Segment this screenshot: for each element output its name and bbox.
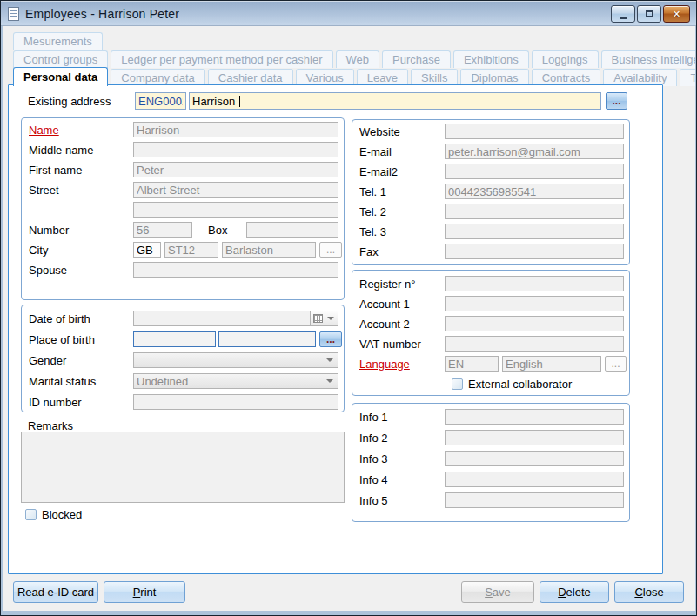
box-label: Box [208, 224, 246, 237]
place-of-birth-code-field[interactable] [133, 331, 216, 347]
name-field[interactable] [133, 122, 338, 137]
spouse-field[interactable] [133, 262, 338, 278]
info5-field[interactable] [445, 492, 624, 508]
language-name-field[interactable] [502, 356, 601, 372]
text-caret [239, 96, 240, 107]
delete-button[interactable]: Delete [540, 581, 609, 603]
blocked-checkbox[interactable] [25, 509, 37, 520]
close-dialog-button[interactable]: Close [614, 581, 684, 603]
email-field[interactable] [445, 144, 624, 159]
place-of-birth-label: Place of birth [29, 333, 133, 346]
birth-status-groupbox: Date of birth Place of birth ... [21, 305, 345, 412]
language-code-field[interactable] [445, 356, 499, 372]
tab-tasks[interactable]: Tasks [680, 69, 695, 86]
tab-business-intelligence[interactable]: Business Intelligence [601, 50, 695, 68]
existing-address-label: Existing address [28, 95, 135, 108]
remarks-label: Remarks [28, 419, 73, 432]
print-button[interactable]: Print [104, 581, 185, 603]
info-groupbox: Info 1 Info 2 Info 3 Info 4 Info 5 [352, 403, 630, 522]
website-field[interactable] [445, 124, 624, 139]
gender-select[interactable] [133, 352, 338, 368]
tab-skills[interactable]: Skills [411, 69, 458, 86]
postal-code-field[interactable] [164, 242, 218, 258]
minimize-icon [620, 17, 627, 19]
marital-status-select[interactable]: Undefined [133, 373, 338, 389]
dialog-client-area: Mesurements Control groups Ledger per pa… [3, 26, 695, 611]
info1-field[interactable] [445, 409, 624, 425]
account2-field[interactable] [445, 316, 624, 331]
tab-contracts[interactable]: Contracts [532, 69, 601, 86]
tel3-field[interactable] [445, 224, 624, 239]
tab-loggings[interactable]: Loggings [532, 50, 599, 68]
tab-cashier-data[interactable]: Cashier data [208, 69, 293, 86]
first-name-label: First name [29, 164, 133, 177]
email2-field[interactable] [445, 164, 624, 179]
dropdown-arrow-icon [326, 358, 333, 362]
close-button[interactable]: ✕ [663, 5, 690, 23]
tab-leave[interactable]: Leave [357, 69, 408, 86]
window-frame: Mesurements Control groups Ledger per pa… [1, 26, 696, 613]
fax-field[interactable] [445, 244, 624, 259]
tab-purchase[interactable]: Purchase [382, 50, 451, 68]
dropdown-arrow-icon [326, 379, 333, 383]
external-collaborator-checkbox[interactable] [452, 378, 463, 390]
account1-label: Account 1 [359, 298, 445, 311]
read-eid-card-button[interactable]: Read e-ID card [13, 581, 98, 603]
language-browse-button[interactable]: ... [605, 356, 627, 372]
register-number-field[interactable] [445, 276, 624, 291]
titlebar[interactable]: Employees - Harrison Peter ✕ [1, 1, 696, 26]
marital-status-label: Marital status [29, 375, 133, 388]
city-browse-button[interactable]: ... [319, 242, 342, 258]
first-name-field[interactable] [133, 162, 338, 177]
tab-personal-data[interactable]: Personal data [13, 67, 108, 86]
box-field[interactable] [246, 222, 338, 238]
maximize-button[interactable] [637, 5, 661, 23]
tel2-field[interactable] [445, 204, 624, 219]
existing-address-name-field[interactable] [189, 92, 601, 110]
info4-field[interactable] [445, 472, 624, 487]
remarks-textarea[interactable] [21, 432, 345, 503]
tab-company-data[interactable]: Company data [111, 69, 205, 86]
window-controls: ✕ [611, 5, 690, 23]
tel3-label: Tel. 3 [359, 225, 445, 238]
vat-number-field[interactable] [445, 336, 624, 352]
date-picker-button[interactable] [310, 311, 338, 325]
minimize-button[interactable] [611, 5, 635, 23]
tab-control-groups[interactable]: Control groups [13, 50, 108, 68]
tab-diplomas[interactable]: Diplomas [460, 69, 528, 86]
existing-address-browse-button[interactable]: ... [606, 92, 627, 110]
info1-label: Info 1 [359, 411, 445, 424]
tel1-field[interactable] [445, 184, 624, 199]
number-field[interactable] [133, 222, 192, 238]
country-code-field[interactable] [133, 242, 161, 258]
tab-web[interactable]: Web [336, 50, 380, 68]
tab-availability[interactable]: Availability [603, 69, 677, 86]
spouse-label: Spouse [29, 264, 133, 277]
vat-number-label: VAT number [359, 338, 445, 351]
street2-field[interactable] [133, 202, 338, 218]
maximize-icon [646, 10, 653, 17]
existing-address-code-field[interactable] [135, 92, 186, 110]
place-of-birth-browse-button[interactable]: ... [319, 331, 342, 347]
tab-various[interactable]: Various [296, 69, 354, 86]
administrative-groupbox: Register n° Account 1 Account 2 VAT numb… [352, 270, 630, 396]
register-number-label: Register n° [359, 278, 445, 291]
id-number-field[interactable] [133, 394, 338, 410]
date-of-birth-field[interactable] [133, 311, 338, 326]
account1-field[interactable] [445, 296, 624, 311]
tab-exhibitions[interactable]: Exhibitions [453, 50, 529, 68]
save-button[interactable]: Save [461, 581, 534, 603]
info3-label: Info 3 [359, 452, 445, 465]
info3-field[interactable] [445, 451, 624, 466]
tab-ledger-per-payment-method-per-cashier[interactable]: Ledger per payment method per cashier [111, 50, 332, 68]
tab-mesurements[interactable]: Mesurements [13, 32, 103, 50]
middle-name-field[interactable] [133, 142, 338, 157]
street-field[interactable] [133, 182, 338, 198]
info4-label: Info 4 [359, 473, 445, 486]
place-of-birth-name-field[interactable] [218, 331, 316, 347]
middle-name-label: Middle name [29, 144, 133, 157]
email2-label: E-mail2 [359, 165, 445, 178]
city-field[interactable] [222, 242, 316, 258]
info2-field[interactable] [445, 430, 624, 445]
number-label: Number [29, 224, 133, 237]
